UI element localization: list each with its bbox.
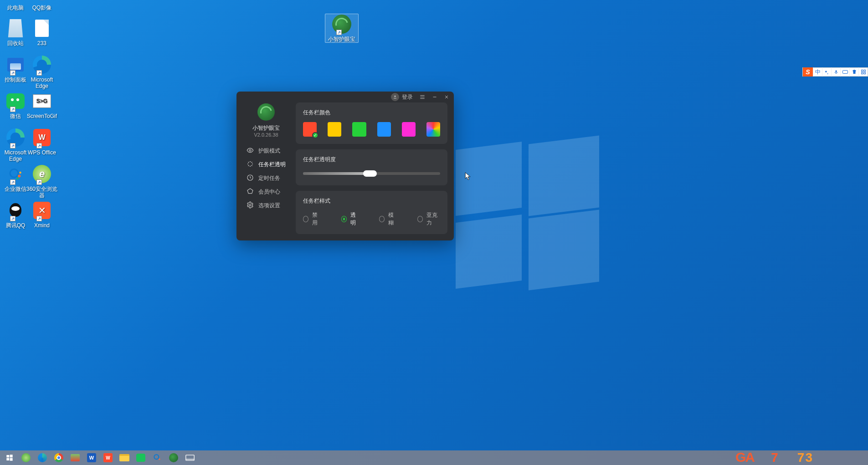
color-swatch-4[interactable] [402,122,416,137]
svg-point-7 [249,204,251,206]
login-button[interactable]: 登录 [391,93,413,101]
ime-keyboard-icon[interactable] [840,67,849,77]
ime-lang[interactable]: 中 [813,67,822,77]
taskbar-eyeguard[interactable] [167,451,180,464]
app-logo-icon [257,103,275,121]
shortcut-badge-icon: ↗ [10,179,15,185]
shortcut-badge-icon: ↗ [36,70,42,76]
slider-thumb[interactable] [363,170,377,177]
card-taskbar-style: 任务栏样式 禁用透明模糊亚克力 [296,191,447,234]
color-swatch-1[interactable] [328,122,341,137]
taskbar-wechat[interactable] [134,451,148,464]
desktop-icon-doc-233[interactable]: 233 [25,18,59,46]
radio-label: 禁用 [312,211,321,227]
desktop-icon-qq-image[interactable]: QQ影像 [25,0,59,11]
color-swatch-0[interactable]: ✓ [303,122,317,137]
opacity-slider[interactable] [303,169,440,178]
doc-233-icon [32,18,52,38]
wps-icon: W↗ [32,128,52,148]
ime-skin-icon[interactable] [849,67,858,77]
check-icon: ✓ [312,132,318,138]
desktop-icon-app[interactable]: ↗小智护眼宝 [325,14,359,43]
nav-item-eye[interactable]: 护眼模式 [236,144,296,158]
svg-point-5 [249,149,251,151]
taskbar-wps[interactable]: W [101,451,115,464]
taskbar-snip[interactable] [68,451,82,464]
close-button[interactable] [444,94,449,100]
style-radio-3[interactable]: 亚克力 [417,211,440,227]
style-radios: 禁用透明模糊亚克力 [303,210,440,227]
style-radio-2[interactable]: 模糊 [379,211,397,227]
windows-logo-backdrop [456,146,597,287]
taskbar-wecom[interactable] [150,451,164,464]
taskbar-chrome[interactable] [52,451,66,464]
style-radio-0[interactable]: 禁用 [303,211,321,227]
slider-track [303,172,440,175]
ime-toolbar[interactable]: S 中 •, [802,67,868,77]
taskbar-word[interactable]: W [85,451,98,464]
nav: 护眼模式任务栏透明定时任务会员中心选项设置 [236,144,296,212]
nav-label: 护眼模式 [258,147,280,155]
shortcut-badge-icon: ↗ [36,143,42,148]
svg-rect-12 [861,72,863,74]
svg-rect-14 [6,455,9,457]
desktop-icon-s2g[interactable]: S>GScreenToGif [25,91,59,119]
nav-item-timer[interactable]: 定时任务 [236,171,296,185]
app-name: 小智护眼宝 [252,124,280,132]
ime-punct-icon[interactable]: •, [822,67,831,77]
color-swatch-5[interactable] [426,122,440,137]
desktop-icon-edge1[interactable]: ↗Microsoft Edge [25,55,59,89]
radio-label: 模糊 [388,211,397,227]
nav-label: 任务栏透明 [258,161,286,169]
nav-item-vip[interactable]: 会员中心 [236,185,296,199]
edge2-icon: ↗ [5,128,26,148]
menu-button[interactable] [419,94,426,100]
tray-overlay-right: 773 [771,450,813,465]
taskbar-edge[interactable] [36,451,49,464]
ime-toolbox-icon[interactable] [858,67,868,77]
radio-dot-icon [417,216,423,222]
radio-label: 透明 [350,211,360,227]
svg-point-18 [154,455,159,459]
desktop-icon-label: Xmind [25,222,59,229]
ime-brand-icon: S [803,67,813,77]
style-radio-1[interactable]: 透明 [341,211,360,227]
svg-rect-13 [864,72,866,74]
minimize-button[interactable] [432,94,437,100]
taskbar-explorer[interactable] [118,451,131,464]
svg-rect-17 [10,458,13,461]
vip-icon [247,188,254,196]
color-swatch-3[interactable] [377,122,391,137]
desktop-icon-xmind[interactable]: ↗Xmind [25,200,59,229]
nav-item-settings[interactable]: 选项设置 [236,199,296,212]
shortcut-badge-icon: ↗ [10,216,15,221]
svg-point-1 [18,175,21,178]
shortcut-badge-icon: ↗ [36,179,42,185]
taskbar-360-browser[interactable] [19,451,33,464]
svg-rect-8 [835,70,837,72]
taskbar-taskview[interactable] [183,451,197,464]
desktop-icon-360[interactable]: ↗360安全浏览器 [25,164,59,199]
taskbar-icon [247,160,254,169]
svg-rect-15 [10,455,13,457]
ime-mic-icon[interactable] [831,67,840,77]
app-window: 登录 小智护眼宝 V2.0.26.38 护眼模式任务栏透明定时任务会员中心选项设… [236,92,454,240]
360-icon: ↗ [32,164,52,184]
card-taskbar-opacity: 任务栏透明度 [296,149,447,185]
svg-point-3 [16,178,19,180]
this-pc-icon [5,0,26,3]
s2g-icon: S>G [32,91,52,111]
shortcut-badge-icon: ↗ [10,70,15,76]
svg-rect-9 [842,71,847,74]
nav-item-taskbar[interactable]: 任务栏透明 [236,158,296,171]
login-label: 登录 [402,93,413,101]
ctrlpanel-icon: ↗ [5,55,26,75]
nav-label: 选项设置 [258,202,280,210]
desktop-icon-wps[interactable]: W↗WPS Office [25,128,59,156]
mouse-cursor [465,172,471,181]
settings-icon [247,201,254,210]
start-button[interactable] [3,451,16,464]
color-swatch-2[interactable] [352,122,366,137]
svg-rect-11 [864,70,866,72]
svg-rect-10 [861,70,863,72]
